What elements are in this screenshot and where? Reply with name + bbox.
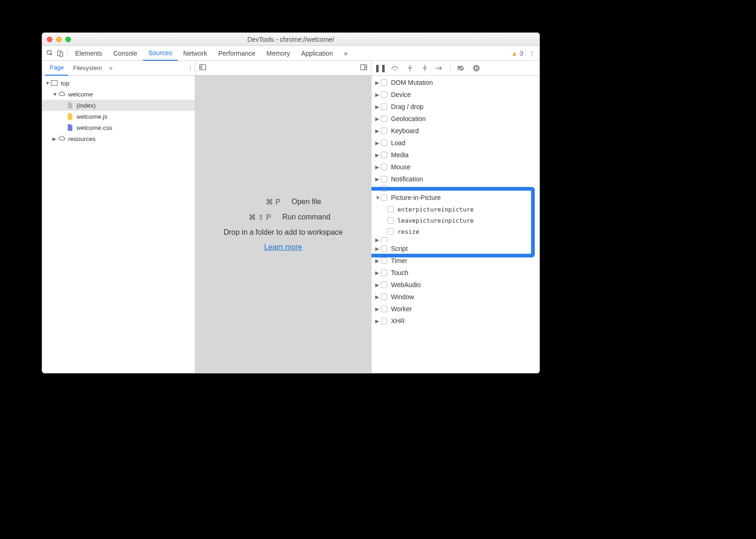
breakpoint-category[interactable]: ▶Window bbox=[372, 291, 539, 303]
deactivate-breakpoints-icon[interactable] bbox=[457, 65, 466, 71]
breakpoint-category-pip[interactable]: ▼ Picture-in-Picture bbox=[372, 192, 539, 204]
pause-icon[interactable]: ❚❚ bbox=[376, 64, 384, 72]
show-navigator-icon[interactable] bbox=[199, 64, 206, 73]
subtab-page[interactable]: Page bbox=[45, 61, 68, 76]
editor-tabbar bbox=[195, 61, 371, 76]
tree-node-resources[interactable]: ▶ resources bbox=[42, 133, 195, 144]
breakpoint-checkbox[interactable] bbox=[381, 91, 387, 98]
breakpoint-checkbox[interactable] bbox=[381, 245, 387, 252]
svg-rect-13 bbox=[477, 66, 478, 70]
breakpoint-checkbox[interactable] bbox=[381, 164, 387, 170]
tree-label: welcome.css bbox=[77, 124, 112, 131]
subtabs-overflow-button[interactable]: » bbox=[107, 64, 115, 71]
breakpoint-checkbox[interactable] bbox=[381, 103, 387, 110]
editor-empty-state: ⌘ P Open file ⌘ ⇧ P Run command Drop in … bbox=[195, 76, 371, 373]
drop-hint: Drop in a folder to add to workspace bbox=[224, 228, 343, 237]
breakpoint-checkbox[interactable] bbox=[381, 257, 387, 264]
tab-performance[interactable]: Performance bbox=[212, 46, 261, 61]
inspect-element-icon[interactable] bbox=[45, 50, 55, 57]
titlebar: DevTools - chrome://welcome/ bbox=[42, 33, 539, 46]
breakpoint-checkbox[interactable] bbox=[387, 206, 394, 212]
breakpoint-label: WebAudio bbox=[391, 281, 421, 289]
close-window-button[interactable] bbox=[47, 37, 52, 42]
breakpoint-checkbox[interactable] bbox=[381, 152, 387, 158]
minimize-window-button[interactable] bbox=[56, 37, 62, 42]
breakpoint-checkbox[interactable] bbox=[381, 116, 387, 122]
breakpoint-checkbox[interactable] bbox=[381, 176, 387, 182]
tree-file[interactable]: welcome.js bbox=[42, 111, 195, 122]
navigator-menu-button[interactable]: ⋮ bbox=[186, 64, 195, 71]
breakpoint-category[interactable]: ▶DOM Mutation bbox=[372, 77, 539, 89]
breakpoint-category[interactable]: ▶Media bbox=[372, 149, 539, 161]
breakpoint-label: Mouse bbox=[391, 163, 410, 171]
shortcut-keys: ⌘ ⇧ P bbox=[236, 213, 271, 222]
breakpoint-category[interactable]: ▶Mouse bbox=[372, 161, 539, 173]
tree-file[interactable]: (index) bbox=[42, 100, 195, 111]
breakpoint-checkbox[interactable] bbox=[381, 128, 387, 134]
breakpoint-category[interactable]: ▶Touch bbox=[372, 267, 539, 279]
breakpoint-category[interactable]: ▶WebAudio bbox=[372, 279, 539, 291]
warnings-indicator[interactable]: ▲ 3 bbox=[511, 50, 523, 57]
breakpoint-checkbox[interactable] bbox=[387, 217, 394, 224]
breakpoint-category[interactable]: ▶Keyboard bbox=[372, 125, 539, 137]
tab-application[interactable]: Application bbox=[295, 46, 339, 61]
breakpoint-label: Load bbox=[391, 139, 405, 147]
breakpoint-checkbox[interactable] bbox=[387, 228, 394, 235]
settings-menu-button[interactable]: ⋮ bbox=[527, 50, 537, 57]
svg-point-7 bbox=[409, 70, 410, 71]
navigator-subtabs: PageFilesystem » ⋮ bbox=[42, 61, 195, 76]
subtab-filesystem[interactable]: Filesystem bbox=[68, 61, 106, 76]
breakpoint-category[interactable]: ▶Device bbox=[372, 89, 539, 101]
step-into-icon[interactable] bbox=[406, 64, 414, 72]
breakpoint-category[interactable]: ▶Script bbox=[372, 243, 539, 255]
step-over-icon[interactable] bbox=[391, 65, 399, 71]
breakpoint-category[interactable]: ▶Timer bbox=[372, 255, 539, 267]
breakpoint-checkbox[interactable] bbox=[381, 270, 387, 276]
breakpoint-label: XHR bbox=[391, 317, 405, 325]
breakpoint-label: Notification bbox=[391, 175, 423, 183]
breakpoint-label: Picture-in-Picture bbox=[391, 194, 441, 201]
tab-elements[interactable]: Elements bbox=[70, 46, 108, 61]
learn-more-link[interactable]: Learn more bbox=[264, 243, 302, 251]
tab-console[interactable]: Console bbox=[108, 46, 142, 61]
breakpoint-category[interactable]: ▶Worker bbox=[372, 303, 539, 315]
warning-icon: ▲ bbox=[511, 50, 518, 57]
tab-sources[interactable]: Sources bbox=[143, 46, 178, 61]
svg-point-6 bbox=[394, 69, 396, 71]
breakpoint-event[interactable]: enterpictureinpicture bbox=[372, 204, 539, 215]
show-debugger-icon[interactable] bbox=[360, 64, 367, 73]
tree-node-top[interactable]: ▼ top bbox=[42, 77, 195, 89]
tree-file[interactable]: welcome.css bbox=[42, 122, 195, 133]
file-icon bbox=[66, 102, 74, 109]
breakpoint-checkbox[interactable] bbox=[381, 237, 387, 243]
breakpoint-checkbox[interactable] bbox=[381, 185, 387, 192]
step-icon[interactable] bbox=[436, 65, 444, 71]
step-out-icon[interactable] bbox=[421, 64, 429, 72]
navigator-pane: PageFilesystem » ⋮ ▼ top ▼ welcome (inde… bbox=[42, 61, 195, 373]
breakpoint-category-partial: ▶ bbox=[372, 237, 539, 243]
tabs-overflow-button[interactable]: » bbox=[339, 46, 353, 61]
breakpoint-checkbox[interactable] bbox=[381, 194, 387, 201]
breakpoint-checkbox[interactable] bbox=[381, 294, 387, 300]
breakpoint-checkbox[interactable] bbox=[381, 79, 387, 86]
tab-memory[interactable]: Memory bbox=[261, 46, 296, 61]
breakpoint-event[interactable]: resize bbox=[372, 226, 539, 237]
toggle-device-icon[interactable] bbox=[55, 50, 65, 57]
tab-network[interactable]: Network bbox=[178, 46, 212, 61]
breakpoint-checkbox[interactable] bbox=[381, 282, 387, 288]
breakpoint-category[interactable]: ▶Drag / drop bbox=[372, 101, 539, 113]
breakpoint-checkbox[interactable] bbox=[381, 318, 387, 324]
tree-node-domain[interactable]: ▼ welcome bbox=[42, 89, 195, 100]
breakpoint-category[interactable]: ▶Notification bbox=[372, 173, 539, 185]
zoom-window-button[interactable] bbox=[65, 37, 71, 42]
window-title: DevTools - chrome://welcome/ bbox=[42, 36, 539, 43]
breakpoint-category[interactable]: ▶XHR bbox=[372, 315, 539, 327]
breakpoint-label: Window bbox=[391, 293, 414, 301]
tree-label: resources bbox=[68, 135, 96, 142]
breakpoint-checkbox[interactable] bbox=[381, 306, 387, 312]
pause-on-exceptions-icon[interactable] bbox=[472, 64, 481, 72]
breakpoint-category[interactable]: ▶Load bbox=[372, 137, 539, 149]
breakpoint-category[interactable]: ▶Geolocation bbox=[372, 113, 539, 125]
breakpoint-checkbox[interactable] bbox=[381, 140, 387, 146]
breakpoint-event[interactable]: leavepictureinpicture bbox=[372, 215, 539, 226]
